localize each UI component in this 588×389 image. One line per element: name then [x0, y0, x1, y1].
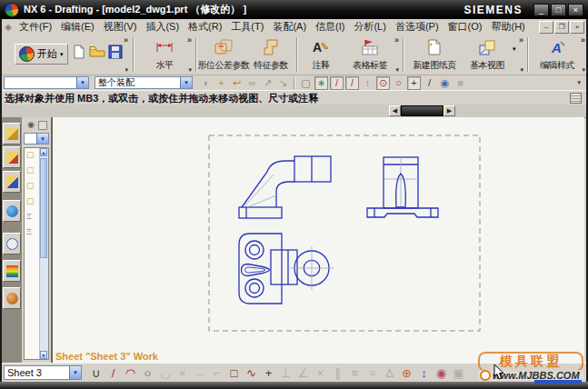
menu-item[interactable]: 格式(R)	[184, 19, 226, 35]
snap-point-icon[interactable]: ∗	[314, 76, 328, 90]
menu-item[interactable]: 装配(A)	[268, 19, 311, 35]
sketch-tool-button[interactable]: ◡	[156, 364, 174, 381]
save-button[interactable]	[105, 42, 125, 62]
snap-point-icon[interactable]: +	[407, 76, 421, 90]
selection-bar-caret-icon[interactable]: ▾	[577, 79, 581, 86]
snap-point-icon[interactable]: ▢	[299, 76, 313, 90]
toolbar-options-caret-icon[interactable]: ▾	[395, 66, 399, 74]
tabular-note-button[interactable]: 表格标签	[344, 37, 395, 72]
navigator-node[interactable]: Ξ	[26, 227, 35, 236]
document-control-button[interactable]: ×	[570, 21, 584, 34]
sketch-tool-button[interactable]: +	[260, 364, 277, 381]
sketch-tool-button[interactable]: ×	[312, 364, 329, 381]
window-control-button[interactable]: ×	[568, 4, 583, 16]
menu-item[interactable]: 编辑(E)	[56, 19, 99, 35]
sketch-tool-button[interactable]: □	[225, 364, 243, 381]
snap-point-icon[interactable]: ○	[392, 76, 405, 90]
toolbar-options-caret-icon[interactable]: ▾	[125, 66, 128, 74]
navigator-node[interactable]: ▢	[26, 150, 35, 159]
sketch-tool-button[interactable]: ⊕	[398, 364, 415, 381]
toolbar-options-caret-icon[interactable]: ▾	[520, 66, 523, 74]
new-sheet-button[interactable]: 新建图纸页	[407, 37, 462, 72]
sketch-tool-button[interactable]: ×	[174, 364, 191, 381]
graphics-window[interactable]: Sheet "Sheet 3" Work	[53, 117, 584, 363]
resource-bar-tab[interactable]	[3, 146, 21, 168]
navigator-combo[interactable]: ▼	[24, 133, 49, 145]
navigator-node[interactable]: ▢	[26, 165, 35, 175]
sketch-tool-button[interactable]: ⌐	[208, 364, 225, 381]
scroll-right-button[interactable]: ▶	[443, 105, 455, 116]
toolbar-overflow-icon[interactable]: »	[124, 35, 128, 45]
resource-bar-tab[interactable]	[3, 171, 21, 193]
sketch-tool-button[interactable]: ○	[139, 364, 156, 381]
horizontal-dimension-button[interactable]: 水平	[139, 37, 190, 72]
navigator-node[interactable]: ▢	[26, 196, 35, 205]
menu-item[interactable]: 工具(T)	[226, 19, 268, 35]
sketch-tool-button[interactable]: ∠	[294, 364, 312, 381]
sketch-tool-button[interactable]: ↕	[415, 364, 433, 381]
scroll-left-button[interactable]: ◀	[389, 105, 401, 116]
sketch-tool-button[interactable]: ∿	[243, 364, 260, 381]
menu-item[interactable]: 分析(L)	[349, 19, 390, 35]
sketch-tool-button[interactable]: ∪	[87, 364, 105, 381]
resource-bar-tab[interactable]	[3, 233, 21, 254]
sketch-tool-button[interactable]: /	[105, 364, 122, 381]
sketch-tool-button[interactable]: ∥	[329, 364, 346, 381]
sketch-tool-button[interactable]: ⊥	[277, 364, 294, 381]
selection-filter-combo[interactable]: ▼	[4, 76, 89, 89]
menu-item[interactable]: 文件(F)	[15, 19, 56, 35]
toolbar-overflow-icon[interactable]: »	[519, 35, 523, 45]
menu-item[interactable]: 插入(S)	[141, 19, 184, 35]
side-view[interactable]	[367, 157, 438, 217]
snap-point-icon[interactable]: /	[423, 76, 436, 90]
selection-bar-icon[interactable]: ↗	[261, 76, 274, 90]
snap-point-icon[interactable]: /	[330, 76, 344, 90]
grid-icon[interactable]	[570, 93, 582, 104]
combo-dropdown-icon[interactable]: ▼	[36, 134, 48, 144]
toolbar-overflow-icon[interactable]: »	[581, 35, 585, 45]
selection-bar-icon[interactable]: +	[214, 76, 228, 90]
resource-bar-tab[interactable]	[3, 200, 21, 222]
edit-style-button[interactable]: A 编辑样式	[532, 37, 583, 72]
base-view-button[interactable]: 基本视图	[463, 37, 511, 72]
window-control-button[interactable]: _	[533, 4, 549, 16]
sketch-tool-button[interactable]: Δ	[381, 364, 398, 381]
menu-item[interactable]: 首选项(P)	[391, 19, 443, 35]
hscrollbar-thumb[interactable]	[401, 105, 443, 116]
menu-item[interactable]: 视图(V)	[99, 19, 142, 35]
sketch-tool-button[interactable]: ▣	[450, 364, 467, 381]
menu-item[interactable]: 帮助(H)	[486, 19, 529, 35]
pin-icon[interactable]: ◉	[27, 120, 35, 129]
menu-item[interactable]: 信息(I)	[311, 19, 349, 35]
toolbar-options-caret-icon[interactable]: ▾	[188, 66, 192, 74]
sketch-tool-button[interactable]: →	[191, 364, 208, 381]
sketch-tool-button[interactable]: ◠	[122, 364, 139, 381]
open-file-button[interactable]	[87, 42, 107, 62]
selection-bar-icon[interactable]: ↘	[276, 76, 290, 90]
sketch-tool-button[interactable]: ≈	[364, 364, 381, 381]
combo-dropdown-icon[interactable]: ▼	[76, 77, 88, 88]
panel-options-button[interactable]	[38, 121, 47, 130]
resource-bar-tab[interactable]	[3, 287, 21, 309]
front-view[interactable]	[239, 156, 331, 218]
gdt-parameters-button[interactable]: 形位公差参数	[198, 37, 249, 72]
snap-point-icon[interactable]: ■	[453, 76, 467, 90]
snap-point-icon[interactable]: ↑	[361, 76, 374, 90]
top-view[interactable]	[239, 234, 334, 304]
note-button[interactable]: A 注释	[299, 37, 343, 72]
base-view-caret-icon[interactable]: ▾	[513, 45, 516, 53]
combo-dropdown-icon[interactable]: ▼	[69, 366, 81, 379]
sketch-tool-button[interactable]: ≡	[346, 364, 364, 381]
document-control-button[interactable]: –	[539, 21, 553, 34]
navigator-node[interactable]: ▢	[26, 181, 35, 190]
toolbar-options-caret-icon[interactable]: ▾	[582, 66, 585, 74]
menu-item[interactable]: 窗口(O)	[443, 19, 487, 35]
document-control-button[interactable]: ❐	[554, 21, 569, 34]
snap-point-icon[interactable]: /	[345, 76, 359, 90]
sketch-tool-button[interactable]: ◉	[433, 364, 450, 381]
toolbar-overflow-icon[interactable]: »	[394, 35, 399, 45]
combo-dropdown-icon[interactable]: ▼	[180, 77, 192, 88]
app-menu-icon[interactable]: ◈	[2, 22, 15, 32]
selection-bar-icon[interactable]: ↩	[230, 76, 244, 90]
selection-scope-combo[interactable]: 整个装配 ▼	[95, 76, 193, 89]
